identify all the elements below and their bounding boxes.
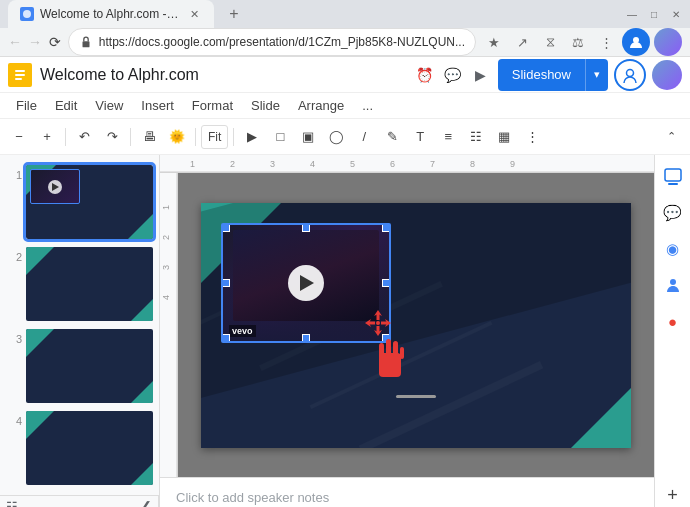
address-bar[interactable]: https://docs.google.com/presentation/d/1… [68,28,476,56]
grid-view-icon[interactable]: ☷ [6,499,18,507]
reload-button[interactable]: ⟳ [48,28,62,56]
menu-edit[interactable]: Edit [47,96,85,115]
svg-rect-38 [668,183,678,185]
menu-format[interactable]: Format [184,96,241,115]
back-button[interactable]: ← [8,28,22,56]
shape-tool[interactable]: ◯ [323,124,349,150]
vertical-ruler: 1 2 3 4 [160,173,178,477]
more-tools[interactable]: ▦ [491,124,517,150]
collapse-tool[interactable]: ⌃ [658,124,684,150]
select-region-tool[interactable]: □ [267,124,293,150]
svg-rect-30 [381,321,387,324]
svg-rect-24 [377,314,380,320]
menu-insert[interactable]: Insert [133,96,182,115]
minimize-button[interactable]: — [626,8,638,20]
forward-button[interactable]: → [28,28,42,56]
toolbar-separator-4 [233,128,234,146]
slide-3-thumbnail[interactable] [26,329,153,403]
zoom-in-tool[interactable]: + [34,124,60,150]
zoom-selector[interactable]: Fit [201,125,228,149]
menu-arrange[interactable]: Arrange [290,96,352,115]
resize-handle-tl[interactable] [222,224,230,232]
slide-4-row: 4 [4,409,155,487]
svg-rect-1 [82,41,89,47]
lasso-tool[interactable]: ▣ [295,124,321,150]
history-icon[interactable]: ⧖ [538,30,562,54]
canvas-wrapper: 1 2 3 4 [160,173,654,477]
close-button[interactable]: ✕ [670,8,682,20]
table-tool[interactable]: ☷ [463,124,489,150]
resize-handle-tm[interactable] [302,224,310,232]
video-play-button[interactable] [288,265,324,301]
select-tool[interactable]: ▶ [239,124,265,150]
google-account-avatar[interactable] [652,60,682,90]
line-tool[interactable]: / [351,124,377,150]
text-tool[interactable]: T [407,124,433,150]
slideshow-dropdown-button[interactable]: ▾ [585,59,608,91]
map-pin-icon[interactable]: ● [659,307,687,335]
svg-text:1: 1 [161,205,171,210]
comments-panel-icon[interactable]: 💬 [659,199,687,227]
menu-file[interactable]: File [8,96,45,115]
zoom-out-tool[interactable]: − [6,124,32,150]
slideshow-button[interactable]: Slideshow [498,59,585,91]
speaker-notes-area[interactable]: Click to add speaker notes [160,477,654,507]
slide-panel: 1 [0,155,160,495]
resize-handle-bm[interactable] [302,334,310,342]
redo-tool[interactable]: ↷ [99,124,125,150]
user-avatar[interactable] [654,28,682,56]
explore-icon[interactable]: ◉ [659,235,687,263]
resize-handle-tr[interactable] [382,224,390,232]
browser-tab[interactable]: Welcome to Alphr.com - Google ... ✕ [8,0,214,28]
svg-text:9: 9 [510,159,515,169]
overflow-tool[interactable]: ⋮ [519,124,545,150]
present-options-icon[interactable]: ▶ [470,64,492,86]
share-user-icon[interactable] [614,59,646,91]
move-arrows-svg [363,308,393,338]
slides-panel-icon[interactable] [659,163,687,191]
svg-point-39 [670,279,676,285]
maximize-button[interactable]: □ [648,8,660,20]
resize-handle-ml[interactable] [222,279,230,287]
play-triangle-icon [300,275,314,291]
new-tab-button[interactable]: + [220,0,248,28]
pen-tool[interactable]: ✎ [379,124,405,150]
tab-close-button[interactable]: ✕ [186,6,202,22]
svg-rect-6 [15,78,22,80]
slide-2-thumbnail[interactable] [26,247,153,321]
slide-2-number: 2 [6,247,22,263]
paint-format-tool[interactable]: 🌞 [164,124,190,150]
slide-3-row: 3 [4,327,155,405]
comments-icon[interactable]: 💬 [442,64,464,86]
print-tool[interactable]: 🖶 [136,124,162,150]
slides-logo [8,63,32,87]
ruler-svg: 1 2 3 4 5 6 7 8 9 [160,155,654,173]
profile-button[interactable] [622,28,650,56]
thumb-triangle-br [128,214,153,239]
slide-4-thumbnail[interactable] [26,411,153,485]
history-docs-icon[interactable]: ⏰ [414,64,436,86]
slide-panel-bottom: ☷ ❮ [0,495,159,507]
share-icon[interactable]: ↗ [510,30,534,54]
svg-text:1: 1 [190,159,195,169]
menu-slide[interactable]: Slide [243,96,288,115]
bookmark-star-icon[interactable]: ★ [482,30,506,54]
svg-rect-34 [386,339,391,357]
menu-view[interactable]: View [87,96,131,115]
resize-handle-bl[interactable] [222,334,230,342]
document-title[interactable]: Welcome to Alphr.com [40,66,406,84]
menu-more[interactable]: ... [354,96,381,115]
menu-icon[interactable]: ⋮ [594,30,618,54]
extensions-icon[interactable]: ⚖ [566,30,590,54]
svg-text:6: 6 [390,159,395,169]
person-icon[interactable] [659,271,687,299]
undo-tool[interactable]: ↶ [71,124,97,150]
collapse-panel-icon[interactable]: ❮ [141,499,152,507]
align-left-tool[interactable]: ≡ [435,124,461,150]
toolbar-separator-2 [130,128,131,146]
slide-1-thumbnail[interactable] [26,165,153,239]
svg-rect-4 [15,70,25,72]
right-panel: 💬 ◉ ● + [654,155,690,507]
resize-handle-mr[interactable] [382,279,390,287]
add-panel-button[interactable]: + [659,481,687,507]
